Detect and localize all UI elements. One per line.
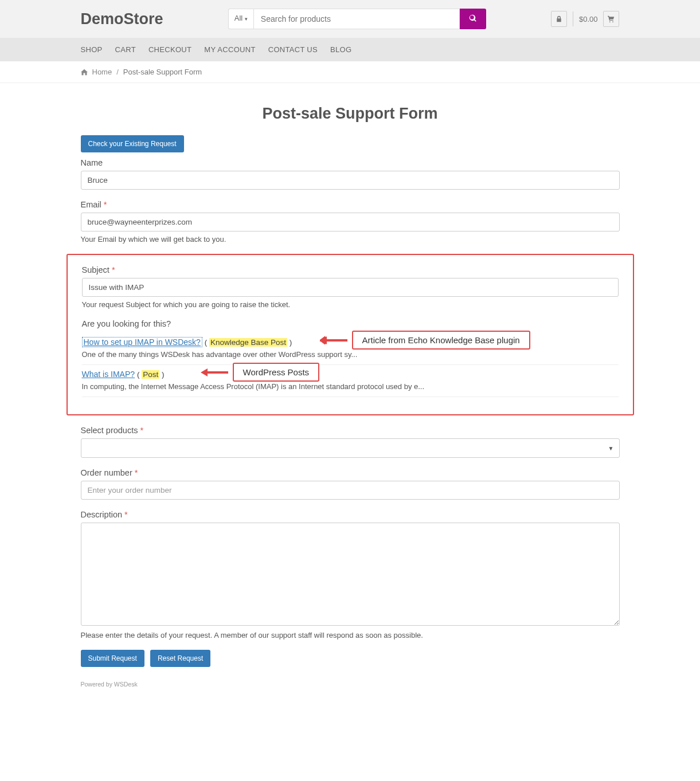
nav-checkout[interactable]: CHECKOUT bbox=[148, 45, 191, 54]
main-nav: SHOP CART CHECKOUT MY ACCOUNT CONTACT US… bbox=[0, 38, 700, 61]
annotation-text-0: Article from Echo Knowledge Base plugin bbox=[352, 331, 530, 350]
suggestion-item-0: How to set up IMAP in WSDesk? ( Knowledg… bbox=[82, 333, 619, 365]
page-title: Post-sale Support Form bbox=[0, 105, 700, 123]
search-category-select[interactable]: All ▾ bbox=[228, 9, 253, 29]
arrow-icon bbox=[320, 335, 347, 346]
description-help: Please enter the details of your request… bbox=[81, 631, 620, 639]
order-label: Order number * bbox=[81, 468, 620, 477]
highlight-annotation-box: Subject * Your request Subject for which… bbox=[67, 254, 634, 415]
suggestion-category-1: ( Post ) bbox=[137, 370, 165, 379]
subject-label: Subject * bbox=[82, 265, 619, 274]
search-button[interactable] bbox=[460, 9, 486, 29]
cart-total: $0.00 bbox=[579, 15, 598, 23]
cart-icon bbox=[608, 15, 615, 22]
home-icon bbox=[81, 69, 88, 76]
arrow-icon bbox=[201, 367, 228, 378]
suggestion-excerpt-0: One of the many things WSDesk has advant… bbox=[82, 350, 619, 359]
description-label: Description * bbox=[81, 510, 620, 519]
reset-button[interactable]: Reset Request bbox=[150, 650, 210, 667]
breadcrumb: Home / Post-sale Support Form bbox=[0, 61, 700, 83]
check-request-button[interactable]: Check your Existing Request bbox=[81, 135, 184, 152]
order-input[interactable] bbox=[81, 481, 620, 500]
annotation-text-1: WordPress Posts bbox=[233, 363, 320, 382]
lock-icon bbox=[556, 15, 562, 22]
nav-cart[interactable]: CART bbox=[115, 45, 136, 54]
suggestion-excerpt-1: In computing, the Internet Message Acces… bbox=[82, 382, 619, 391]
description-textarea[interactable] bbox=[81, 523, 620, 626]
email-label: Email * bbox=[81, 200, 620, 209]
breadcrumb-sep: / bbox=[116, 68, 119, 76]
suggestion-link-0[interactable]: How to set up IMAP in WSDesk? bbox=[82, 337, 202, 347]
cart-button[interactable] bbox=[603, 11, 619, 27]
suggestion-link-1[interactable]: What is IMAP? bbox=[82, 370, 135, 379]
subject-help: Your request Subject for which you are g… bbox=[82, 300, 619, 309]
email-help: Your Email by which we will get back to … bbox=[81, 235, 620, 244]
suggestions-title: Are you looking for this? bbox=[82, 319, 619, 328]
email-input[interactable] bbox=[81, 213, 620, 231]
annotation-callout-0: Article from Echo Knowledge Base plugin bbox=[320, 331, 530, 350]
search-group: All ▾ bbox=[228, 9, 486, 29]
store-logo[interactable]: DemoStore bbox=[81, 10, 163, 28]
annotation-callout-1: WordPress Posts bbox=[201, 363, 320, 382]
products-label: Select products * bbox=[81, 426, 620, 435]
header-bar: DemoStore All ▾ $0.00 bbox=[0, 0, 700, 38]
search-icon bbox=[469, 14, 477, 22]
suggestion-category-0: ( Knowledge Base Post ) bbox=[205, 338, 292, 347]
nav-shop[interactable]: SHOP bbox=[81, 45, 103, 54]
login-button[interactable] bbox=[551, 11, 567, 27]
search-input[interactable] bbox=[253, 9, 460, 29]
suggestion-item-1: What is IMAP? ( Post ) WordPress Posts I… bbox=[82, 365, 619, 397]
nav-blog[interactable]: BLOG bbox=[330, 45, 351, 54]
header-right: $0.00 bbox=[551, 11, 620, 27]
name-input[interactable] bbox=[81, 171, 620, 190]
nav-account[interactable]: MY ACCOUNT bbox=[204, 45, 255, 54]
nav-contact[interactable]: CONTACT US bbox=[268, 45, 318, 54]
submit-button[interactable]: Submit Request bbox=[81, 650, 144, 667]
subject-input[interactable] bbox=[82, 278, 619, 297]
breadcrumb-home[interactable]: Home bbox=[92, 68, 112, 76]
divider bbox=[573, 11, 573, 26]
name-label: Name bbox=[81, 158, 620, 167]
breadcrumb-current: Post-sale Support Form bbox=[123, 68, 202, 76]
powered-by: Powered by WSDesk bbox=[81, 681, 620, 688]
products-select[interactable] bbox=[81, 438, 620, 458]
